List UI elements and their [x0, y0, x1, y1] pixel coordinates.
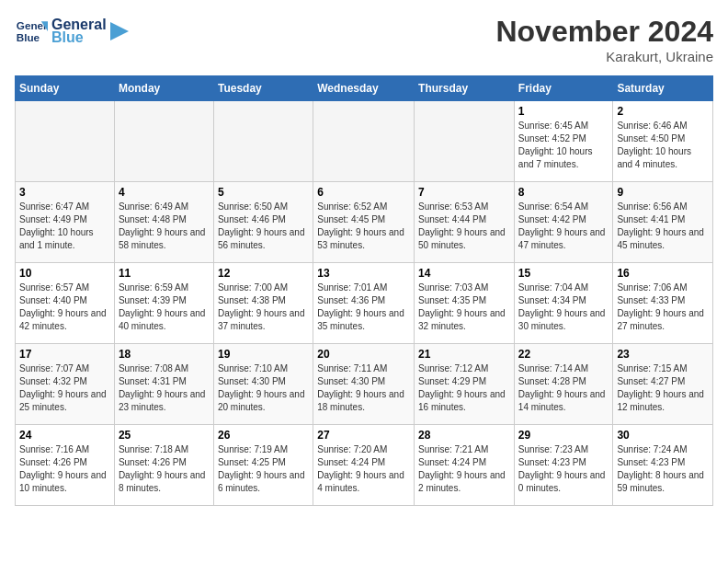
- day-number: 17: [19, 348, 110, 361]
- calendar-week-4: 17Sunrise: 7:07 AM Sunset: 4:32 PM Dayli…: [16, 344, 713, 425]
- logo-arrow-icon: [110, 22, 129, 40]
- calendar-cell: 3Sunrise: 6:47 AM Sunset: 4:49 PM Daylig…: [16, 182, 115, 263]
- day-info: Sunrise: 7:04 AM Sunset: 4:34 PM Dayligh…: [518, 282, 609, 333]
- day-info: Sunrise: 7:23 AM Sunset: 4:23 PM Dayligh…: [518, 443, 609, 495]
- calendar-cell: 16Sunrise: 7:06 AM Sunset: 4:33 PM Dayli…: [613, 263, 713, 344]
- svg-text:General: General: [17, 19, 48, 31]
- calendar-cell: 27Sunrise: 7:20 AM Sunset: 4:24 PM Dayli…: [313, 425, 415, 506]
- day-number: 19: [218, 348, 309, 361]
- day-number: 12: [218, 267, 309, 280]
- day-number: 3: [19, 186, 110, 199]
- calendar-cell: 11Sunrise: 6:59 AM Sunset: 4:39 PM Dayli…: [114, 263, 213, 344]
- day-number: 1: [518, 105, 609, 118]
- day-number: 4: [119, 186, 210, 199]
- day-number: 16: [617, 267, 709, 280]
- calendar-cell: 1Sunrise: 6:45 AM Sunset: 4:52 PM Daylig…: [514, 101, 613, 182]
- calendar-week-2: 3Sunrise: 6:47 AM Sunset: 4:49 PM Daylig…: [16, 182, 713, 263]
- day-number: 22: [518, 348, 609, 361]
- logo-icon: General Blue: [15, 15, 48, 48]
- day-info: Sunrise: 6:45 AM Sunset: 4:52 PM Dayligh…: [518, 120, 609, 171]
- day-info: Sunrise: 7:06 AM Sunset: 4:33 PM Dayligh…: [617, 282, 709, 333]
- calendar-table: SundayMondayTuesdayWednesdayThursdayFrid…: [15, 75, 713, 506]
- calendar-week-5: 24Sunrise: 7:16 AM Sunset: 4:26 PM Dayli…: [16, 425, 713, 506]
- calendar-cell: 28Sunrise: 7:21 AM Sunset: 4:24 PM Dayli…: [415, 425, 515, 506]
- calendar-cell: [415, 101, 515, 182]
- day-info: Sunrise: 7:03 AM Sunset: 4:35 PM Dayligh…: [418, 282, 510, 333]
- logo: General Blue General Blue: [15, 15, 129, 48]
- day-info: Sunrise: 6:53 AM Sunset: 4:44 PM Dayligh…: [418, 201, 510, 252]
- weekday-header-row: SundayMondayTuesdayWednesdayThursdayFrid…: [16, 76, 713, 101]
- weekday-header-monday: Monday: [114, 76, 213, 101]
- day-info: Sunrise: 7:24 AM Sunset: 4:23 PM Dayligh…: [617, 443, 709, 495]
- calendar-cell: 14Sunrise: 7:03 AM Sunset: 4:35 PM Dayli…: [415, 263, 515, 344]
- day-number: 6: [317, 186, 410, 199]
- day-number: 7: [418, 186, 510, 199]
- page-header: General Blue General Blue November 2024 …: [15, 15, 713, 64]
- day-number: 14: [418, 267, 510, 280]
- day-number: 8: [518, 186, 609, 199]
- calendar-cell: 5Sunrise: 6:50 AM Sunset: 4:46 PM Daylig…: [213, 182, 313, 263]
- weekday-header-sunday: Sunday: [16, 76, 115, 101]
- day-number: 25: [119, 429, 210, 442]
- weekday-header-friday: Friday: [514, 76, 613, 101]
- day-number: 24: [19, 429, 110, 442]
- day-info: Sunrise: 7:12 AM Sunset: 4:29 PM Dayligh…: [418, 362, 510, 414]
- calendar-cell: 8Sunrise: 6:54 AM Sunset: 4:42 PM Daylig…: [514, 182, 613, 263]
- day-info: Sunrise: 6:47 AM Sunset: 4:49 PM Dayligh…: [19, 201, 110, 252]
- title-block: November 2024 Karakurt, Ukraine: [495, 15, 713, 64]
- day-number: 13: [317, 267, 410, 280]
- day-info: Sunrise: 6:59 AM Sunset: 4:39 PM Dayligh…: [119, 282, 210, 333]
- day-number: 27: [317, 429, 410, 442]
- weekday-header-wednesday: Wednesday: [313, 76, 415, 101]
- day-info: Sunrise: 7:18 AM Sunset: 4:26 PM Dayligh…: [119, 443, 210, 495]
- day-info: Sunrise: 6:46 AM Sunset: 4:50 PM Dayligh…: [617, 120, 709, 171]
- calendar-cell: 20Sunrise: 7:11 AM Sunset: 4:30 PM Dayli…: [313, 344, 415, 425]
- day-info: Sunrise: 7:00 AM Sunset: 4:38 PM Dayligh…: [218, 282, 309, 333]
- day-info: Sunrise: 7:08 AM Sunset: 4:31 PM Dayligh…: [119, 362, 210, 414]
- month-title: November 2024: [495, 15, 713, 49]
- calendar-cell: 15Sunrise: 7:04 AM Sunset: 4:34 PM Dayli…: [514, 263, 613, 344]
- calendar-cell: 22Sunrise: 7:14 AM Sunset: 4:28 PM Dayli…: [514, 344, 613, 425]
- day-number: 18: [119, 348, 210, 361]
- calendar-cell: 25Sunrise: 7:18 AM Sunset: 4:26 PM Dayli…: [114, 425, 213, 506]
- calendar-cell: 18Sunrise: 7:08 AM Sunset: 4:31 PM Dayli…: [114, 344, 213, 425]
- calendar-week-1: 1Sunrise: 6:45 AM Sunset: 4:52 PM Daylig…: [16, 101, 713, 182]
- calendar-cell: 23Sunrise: 7:15 AM Sunset: 4:27 PM Dayli…: [613, 344, 713, 425]
- day-info: Sunrise: 6:50 AM Sunset: 4:46 PM Dayligh…: [218, 201, 309, 252]
- location: Karakurt, Ukraine: [495, 49, 713, 64]
- day-info: Sunrise: 7:11 AM Sunset: 4:30 PM Dayligh…: [317, 362, 410, 414]
- day-info: Sunrise: 7:19 AM Sunset: 4:25 PM Dayligh…: [218, 443, 309, 495]
- day-number: 11: [119, 267, 210, 280]
- svg-marker-3: [110, 22, 129, 40]
- svg-text:Blue: Blue: [17, 31, 40, 43]
- calendar-cell: [16, 101, 115, 182]
- day-info: Sunrise: 7:14 AM Sunset: 4:28 PM Dayligh…: [518, 362, 609, 414]
- day-number: 15: [518, 267, 609, 280]
- day-info: Sunrise: 7:07 AM Sunset: 4:32 PM Dayligh…: [19, 362, 110, 414]
- day-info: Sunrise: 6:56 AM Sunset: 4:41 PM Dayligh…: [617, 201, 709, 252]
- calendar-cell: [313, 101, 415, 182]
- day-info: Sunrise: 6:49 AM Sunset: 4:48 PM Dayligh…: [119, 201, 210, 252]
- day-info: Sunrise: 7:01 AM Sunset: 4:36 PM Dayligh…: [317, 282, 410, 333]
- calendar-cell: 30Sunrise: 7:24 AM Sunset: 4:23 PM Dayli…: [613, 425, 713, 506]
- calendar-cell: 17Sunrise: 7:07 AM Sunset: 4:32 PM Dayli…: [16, 344, 115, 425]
- day-info: Sunrise: 7:10 AM Sunset: 4:30 PM Dayligh…: [218, 362, 309, 414]
- calendar-cell: 19Sunrise: 7:10 AM Sunset: 4:30 PM Dayli…: [213, 344, 313, 425]
- day-number: 29: [518, 429, 609, 442]
- day-info: Sunrise: 7:21 AM Sunset: 4:24 PM Dayligh…: [418, 443, 510, 495]
- day-info: Sunrise: 6:57 AM Sunset: 4:40 PM Dayligh…: [19, 282, 110, 333]
- day-number: 10: [19, 267, 110, 280]
- calendar-cell: 7Sunrise: 6:53 AM Sunset: 4:44 PM Daylig…: [415, 182, 515, 263]
- day-info: Sunrise: 7:16 AM Sunset: 4:26 PM Dayligh…: [19, 443, 110, 495]
- day-info: Sunrise: 7:15 AM Sunset: 4:27 PM Dayligh…: [617, 362, 709, 414]
- calendar-cell: 13Sunrise: 7:01 AM Sunset: 4:36 PM Dayli…: [313, 263, 415, 344]
- weekday-header-thursday: Thursday: [415, 76, 515, 101]
- day-number: 28: [418, 429, 510, 442]
- calendar-cell: [114, 101, 213, 182]
- day-number: 5: [218, 186, 309, 199]
- calendar-cell: 2Sunrise: 6:46 AM Sunset: 4:50 PM Daylig…: [613, 101, 713, 182]
- weekday-header-tuesday: Tuesday: [213, 76, 313, 101]
- calendar-cell: 29Sunrise: 7:23 AM Sunset: 4:23 PM Dayli…: [514, 425, 613, 506]
- calendar-cell: 21Sunrise: 7:12 AM Sunset: 4:29 PM Dayli…: [415, 344, 515, 425]
- day-number: 20: [317, 348, 410, 361]
